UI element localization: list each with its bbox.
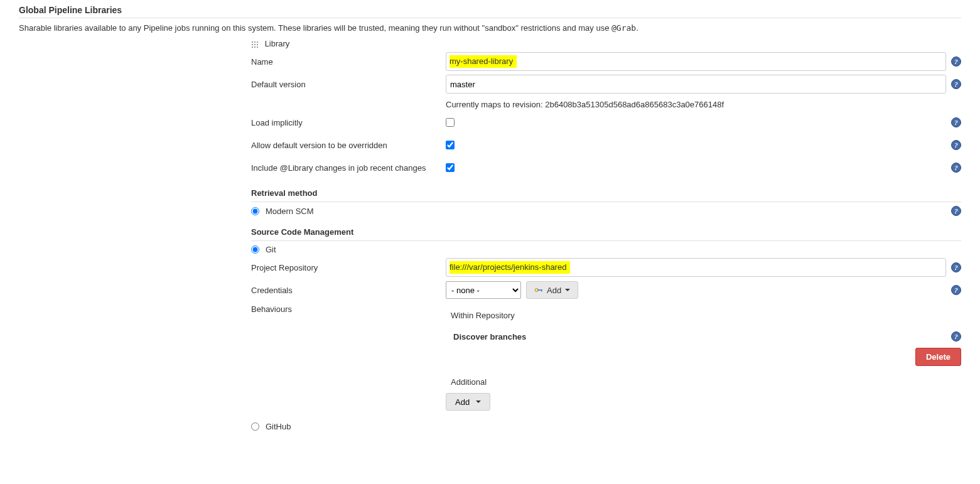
name-label: Name xyxy=(251,57,446,67)
modern-scm-label: Modern SCM xyxy=(266,207,314,216)
section-title: Global Pipeline Libraries xyxy=(19,0,961,18)
modern-scm-radio[interactable] xyxy=(251,207,259,215)
add-behaviour-label: Add xyxy=(455,397,470,407)
load-implicitly-checkbox[interactable] xyxy=(446,118,455,127)
help-icon[interactable]: ? xyxy=(951,163,961,173)
add-credentials-label: Add xyxy=(547,286,561,295)
credentials-label: Credentials xyxy=(251,286,446,295)
retrieval-title-text: Retrieval method xyxy=(251,188,317,198)
default-version-label: Default version xyxy=(251,80,446,89)
git-radio[interactable] xyxy=(251,245,259,254)
discover-branches-label: Discover branches xyxy=(453,332,526,341)
within-repository-label: Within Repository xyxy=(451,311,961,320)
svg-rect-2 xyxy=(541,289,542,291)
delete-button[interactable]: Delete xyxy=(915,348,961,366)
key-icon xyxy=(534,288,543,293)
add-behaviour-button[interactable]: Add xyxy=(446,393,490,411)
help-icon[interactable]: ? xyxy=(951,79,961,89)
additional-label: Additional xyxy=(451,377,961,387)
github-label: GitHub xyxy=(266,422,291,431)
caret-down-icon xyxy=(565,289,570,291)
allow-override-label: Allow default version to be overridden xyxy=(251,141,446,150)
help-icon[interactable]: ? xyxy=(951,56,961,67)
drag-handle-icon[interactable] xyxy=(251,41,259,48)
behaviours-label: Behaviours xyxy=(251,304,446,314)
repo-input[interactable] xyxy=(446,258,946,277)
section-desc-code: @Grab xyxy=(611,23,636,33)
include-changes-label: Include @Library changes in job recent c… xyxy=(251,163,446,173)
help-icon[interactable]: ? xyxy=(951,331,961,341)
include-changes-checkbox[interactable] xyxy=(446,163,455,172)
git-label: Git xyxy=(266,245,276,254)
caret-down-icon xyxy=(476,401,481,403)
allow-override-checkbox[interactable] xyxy=(446,141,455,149)
github-radio[interactable] xyxy=(251,422,259,431)
default-version-input[interactable] xyxy=(446,75,946,94)
section-desc-pre: Sharable libraries available to any Pipe… xyxy=(19,23,611,33)
load-implicitly-label: Load implicitly xyxy=(251,118,446,127)
scm-title-text: Source Code Management xyxy=(251,227,353,237)
section-description: Sharable libraries available to any Pipe… xyxy=(19,23,961,33)
repo-label: Project Repository xyxy=(251,263,446,272)
help-icon[interactable]: ? xyxy=(951,117,961,127)
scm-title: Source Code Management xyxy=(251,220,961,241)
retrieval-method-title: Retrieval method xyxy=(251,181,961,202)
help-icon[interactable]: ? xyxy=(951,140,961,150)
library-label: Library xyxy=(265,39,290,48)
name-input[interactable] xyxy=(446,52,946,71)
help-icon[interactable]: ? xyxy=(951,206,961,216)
credentials-select[interactable]: - none - xyxy=(446,281,521,299)
help-icon[interactable]: ? xyxy=(951,285,961,295)
add-credentials-button[interactable]: Add xyxy=(526,281,578,299)
help-icon[interactable]: ? xyxy=(951,262,961,272)
revision-hint: Currently maps to revision: 2b6408b3a513… xyxy=(446,97,961,109)
section-desc-post: . xyxy=(636,23,638,33)
